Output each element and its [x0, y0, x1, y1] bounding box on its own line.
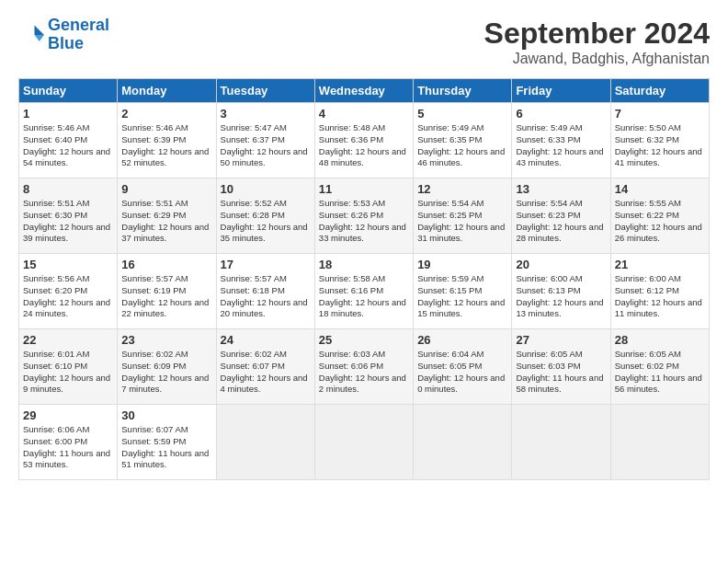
- cell-info: Sunrise: 6:03 AMSunset: 6:06 PMDaylight:…: [319, 349, 409, 396]
- cell-info: Sunrise: 5:47 AMSunset: 6:37 PMDaylight:…: [221, 122, 311, 169]
- day-number: 14: [615, 182, 705, 196]
- cell-info: Sunrise: 6:04 AMSunset: 6:05 PMDaylight:…: [417, 349, 507, 396]
- cell-info: Sunrise: 6:01 AMSunset: 6:10 PMDaylight:…: [23, 349, 113, 396]
- day-number: 16: [121, 258, 211, 271]
- cell-info: Sunrise: 5:58 AMSunset: 6:16 PMDaylight:…: [319, 273, 409, 320]
- day-number: 9: [121, 182, 211, 196]
- cell-info: Sunrise: 6:05 AMSunset: 6:02 PMDaylight:…: [615, 349, 705, 396]
- calendar-cell: 29Sunrise: 6:06 AMSunset: 6:00 PMDayligh…: [19, 405, 118, 480]
- day-number: 20: [516, 258, 606, 271]
- weekday-header: Monday: [118, 79, 216, 103]
- day-number: 11: [319, 182, 409, 196]
- calendar-cell: [314, 405, 413, 480]
- calendar-cell: 26Sunrise: 6:04 AMSunset: 6:05 PMDayligh…: [414, 329, 512, 405]
- calendar-cell: 14Sunrise: 5:55 AMSunset: 6:22 PMDayligh…: [610, 178, 709, 254]
- calendar-cell: 17Sunrise: 5:57 AMSunset: 6:18 PMDayligh…: [216, 254, 314, 329]
- calendar-cell: 25Sunrise: 6:03 AMSunset: 6:06 PMDayligh…: [314, 329, 413, 405]
- header-row: SundayMondayTuesdayWednesdayThursdayFrid…: [19, 79, 710, 103]
- day-number: 6: [516, 107, 606, 121]
- cell-info: Sunrise: 5:54 AMSunset: 6:25 PMDaylight:…: [417, 198, 507, 245]
- day-number: 27: [516, 333, 606, 347]
- calendar-cell: 15Sunrise: 5:56 AMSunset: 6:20 PMDayligh…: [19, 254, 118, 329]
- calendar-week-row: 8Sunrise: 5:51 AMSunset: 6:30 PMDaylight…: [19, 178, 710, 254]
- cell-info: Sunrise: 6:07 AMSunset: 5:59 PMDaylight:…: [121, 424, 211, 471]
- cell-info: Sunrise: 5:56 AMSunset: 6:20 PMDaylight:…: [23, 273, 113, 320]
- calendar-cell: [414, 405, 512, 480]
- cell-info: Sunrise: 5:48 AMSunset: 6:36 PMDaylight:…: [319, 122, 409, 169]
- cell-info: Sunrise: 6:02 AMSunset: 6:07 PMDaylight:…: [221, 349, 311, 396]
- cell-info: Sunrise: 6:00 AMSunset: 6:12 PMDaylight:…: [615, 273, 705, 320]
- day-number: 8: [23, 182, 113, 196]
- calendar-cell: 5Sunrise: 5:49 AMSunset: 6:35 PMDaylight…: [414, 103, 512, 178]
- calendar-cell: 9Sunrise: 5:51 AMSunset: 6:29 PMDaylight…: [118, 178, 216, 254]
- calendar-cell: 1Sunrise: 5:46 AMSunset: 6:40 PMDaylight…: [19, 103, 118, 178]
- calendar-cell: [216, 405, 314, 480]
- calendar-cell: 30Sunrise: 6:07 AMSunset: 5:59 PMDayligh…: [118, 405, 216, 480]
- cell-info: Sunrise: 6:05 AMSunset: 6:03 PMDaylight:…: [516, 349, 606, 396]
- cell-info: Sunrise: 5:46 AMSunset: 6:39 PMDaylight:…: [121, 122, 211, 169]
- calendar-cell: 4Sunrise: 5:48 AMSunset: 6:36 PMDaylight…: [314, 103, 413, 178]
- location-title: Jawand, Badghis, Afghanistan: [484, 51, 710, 67]
- svg-marker-1: [35, 35, 45, 41]
- cell-info: Sunrise: 5:54 AMSunset: 6:23 PMDaylight:…: [516, 198, 606, 245]
- day-number: 24: [221, 333, 311, 347]
- cell-info: Sunrise: 5:51 AMSunset: 6:29 PMDaylight:…: [121, 198, 211, 245]
- day-number: 17: [221, 258, 311, 271]
- day-number: 21: [615, 258, 705, 271]
- calendar-cell: 11Sunrise: 5:53 AMSunset: 6:26 PMDayligh…: [314, 178, 413, 254]
- cell-info: Sunrise: 5:57 AMSunset: 6:19 PMDaylight:…: [121, 273, 211, 320]
- day-number: 28: [615, 333, 705, 347]
- day-number: 4: [319, 107, 409, 121]
- calendar-cell: [610, 405, 709, 480]
- cell-info: Sunrise: 6:06 AMSunset: 6:00 PMDaylight:…: [23, 424, 113, 471]
- day-number: 12: [417, 182, 507, 196]
- cell-info: Sunrise: 5:55 AMSunset: 6:22 PMDaylight:…: [615, 198, 705, 245]
- calendar-cell: 3Sunrise: 5:47 AMSunset: 6:37 PMDaylight…: [216, 103, 314, 178]
- calendar-week-row: 29Sunrise: 6:06 AMSunset: 6:00 PMDayligh…: [19, 405, 710, 480]
- calendar-week-row: 15Sunrise: 5:56 AMSunset: 6:20 PMDayligh…: [19, 254, 710, 329]
- calendar-cell: 22Sunrise: 6:01 AMSunset: 6:10 PMDayligh…: [19, 329, 118, 405]
- cell-info: Sunrise: 5:51 AMSunset: 6:30 PMDaylight:…: [23, 198, 113, 245]
- calendar-cell: 8Sunrise: 5:51 AMSunset: 6:30 PMDaylight…: [19, 178, 118, 254]
- day-number: 3: [221, 107, 311, 121]
- cell-info: Sunrise: 5:59 AMSunset: 6:15 PMDaylight:…: [417, 273, 507, 320]
- cell-info: Sunrise: 5:49 AMSunset: 6:35 PMDaylight:…: [417, 122, 507, 169]
- calendar-cell: 16Sunrise: 5:57 AMSunset: 6:19 PMDayligh…: [118, 254, 216, 329]
- calendar-cell: 21Sunrise: 6:00 AMSunset: 6:12 PMDayligh…: [610, 254, 709, 329]
- svg-marker-0: [35, 25, 45, 35]
- day-number: 22: [23, 333, 113, 347]
- cell-info: Sunrise: 5:49 AMSunset: 6:33 PMDaylight:…: [516, 122, 606, 169]
- weekday-header: Sunday: [19, 79, 118, 103]
- calendar-cell: 10Sunrise: 5:52 AMSunset: 6:28 PMDayligh…: [216, 178, 314, 254]
- day-number: 25: [319, 333, 409, 347]
- cell-info: Sunrise: 5:46 AMSunset: 6:40 PMDaylight:…: [23, 122, 113, 169]
- page: General Blue September 2024 Jawand, Badg…: [0, 0, 728, 489]
- logo-line1: General: [48, 16, 109, 34]
- calendar-cell: 13Sunrise: 5:54 AMSunset: 6:23 PMDayligh…: [512, 178, 610, 254]
- day-number: 29: [23, 408, 113, 422]
- day-number: 30: [121, 408, 211, 422]
- day-number: 26: [417, 333, 507, 347]
- title-section: September 2024 Jawand, Badghis, Afghanis…: [484, 17, 710, 67]
- calendar-week-row: 1Sunrise: 5:46 AMSunset: 6:40 PMDaylight…: [19, 103, 710, 178]
- cell-info: Sunrise: 6:02 AMSunset: 6:09 PMDaylight:…: [121, 349, 211, 396]
- calendar-table: SundayMondayTuesdayWednesdayThursdayFrid…: [18, 78, 710, 480]
- calendar-cell: 28Sunrise: 6:05 AMSunset: 6:02 PMDayligh…: [610, 329, 709, 405]
- calendar-cell: 12Sunrise: 5:54 AMSunset: 6:25 PMDayligh…: [414, 178, 512, 254]
- weekday-header: Thursday: [414, 79, 512, 103]
- calendar-cell: [512, 405, 610, 480]
- day-number: 13: [516, 182, 606, 196]
- cell-info: Sunrise: 5:52 AMSunset: 6:28 PMDaylight:…: [221, 198, 311, 245]
- day-number: 23: [121, 333, 211, 347]
- day-number: 7: [615, 107, 705, 121]
- calendar-week-row: 22Sunrise: 6:01 AMSunset: 6:10 PMDayligh…: [19, 329, 710, 405]
- month-title: September 2024: [484, 17, 710, 51]
- logo-icon: [18, 22, 44, 48]
- day-number: 1: [23, 107, 113, 121]
- calendar-cell: 27Sunrise: 6:05 AMSunset: 6:03 PMDayligh…: [512, 329, 610, 405]
- calendar-cell: 7Sunrise: 5:50 AMSunset: 6:32 PMDaylight…: [610, 103, 709, 178]
- weekday-header: Saturday: [610, 79, 709, 103]
- day-number: 15: [23, 258, 113, 271]
- cell-info: Sunrise: 5:57 AMSunset: 6:18 PMDaylight:…: [221, 273, 311, 320]
- calendar-cell: 24Sunrise: 6:02 AMSunset: 6:07 PMDayligh…: [216, 329, 314, 405]
